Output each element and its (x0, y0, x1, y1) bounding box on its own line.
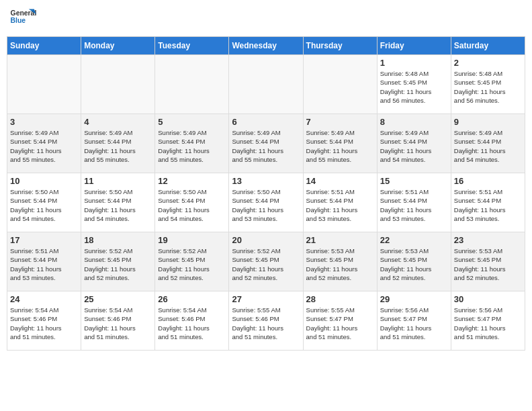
cell-week1-day6: 2Sunrise: 5:48 AM Sunset: 5:45 PM Daylig… (451, 55, 525, 114)
day-number: 18 (84, 235, 152, 245)
day-info: Sunrise: 5:56 AM Sunset: 5:47 PM Dayligh… (454, 306, 522, 341)
cell-week1-day0 (7, 55, 81, 114)
cell-week5-day1: 25Sunrise: 5:54 AM Sunset: 5:46 PM Dayli… (81, 291, 155, 351)
week-row-2: 3Sunrise: 5:49 AM Sunset: 5:44 PM Daylig… (7, 114, 525, 173)
day-number: 10 (10, 176, 78, 186)
day-number: 16 (454, 176, 522, 186)
cell-week5-day6: 30Sunrise: 5:56 AM Sunset: 5:47 PM Dayli… (451, 291, 525, 351)
day-info: Sunrise: 5:50 AM Sunset: 5:44 PM Dayligh… (84, 187, 152, 223)
cell-week5-day4: 28Sunrise: 5:55 AM Sunset: 5:47 PM Dayli… (303, 291, 377, 351)
day-number: 15 (380, 176, 448, 186)
day-info: Sunrise: 5:50 AM Sunset: 5:44 PM Dayligh… (158, 187, 226, 223)
day-info: Sunrise: 5:48 AM Sunset: 5:45 PM Dayligh… (454, 69, 522, 105)
day-info: Sunrise: 5:51 AM Sunset: 5:44 PM Dayligh… (306, 187, 374, 223)
day-number: 14 (306, 176, 374, 186)
page-header: General Blue (7, 7, 525, 31)
header-tuesday: Tuesday (155, 37, 229, 55)
day-info: Sunrise: 5:48 AM Sunset: 5:45 PM Dayligh… (380, 69, 448, 105)
header-saturday: Saturday (451, 37, 525, 55)
cell-week2-day0: 3Sunrise: 5:49 AM Sunset: 5:44 PM Daylig… (7, 114, 81, 173)
day-number: 22 (380, 235, 448, 245)
svg-text:Blue: Blue (11, 17, 26, 24)
cell-week5-day3: 27Sunrise: 5:55 AM Sunset: 5:46 PM Dayli… (229, 291, 303, 351)
cell-week1-day5: 1Sunrise: 5:48 AM Sunset: 5:45 PM Daylig… (377, 55, 451, 114)
calendar-header-row: SundayMondayTuesdayWednesdayThursdayFrid… (7, 37, 525, 55)
day-info: Sunrise: 5:52 AM Sunset: 5:45 PM Dayligh… (158, 246, 226, 282)
cell-week1-day3 (229, 55, 303, 114)
day-info: Sunrise: 5:51 AM Sunset: 5:44 PM Dayligh… (380, 187, 448, 223)
day-info: Sunrise: 5:54 AM Sunset: 5:46 PM Dayligh… (10, 306, 78, 341)
day-info: Sunrise: 5:53 AM Sunset: 5:45 PM Dayligh… (306, 246, 374, 282)
day-number: 1 (380, 58, 448, 68)
day-info: Sunrise: 5:49 AM Sunset: 5:44 PM Dayligh… (158, 128, 226, 164)
cell-week4-day4: 21Sunrise: 5:53 AM Sunset: 5:45 PM Dayli… (303, 232, 377, 291)
day-number: 28 (306, 294, 374, 304)
day-info: Sunrise: 5:54 AM Sunset: 5:46 PM Dayligh… (84, 306, 152, 341)
cell-week4-day6: 23Sunrise: 5:53 AM Sunset: 5:45 PM Dayli… (451, 232, 525, 291)
day-info: Sunrise: 5:56 AM Sunset: 5:47 PM Dayligh… (380, 306, 448, 341)
day-info: Sunrise: 5:55 AM Sunset: 5:47 PM Dayligh… (306, 306, 374, 341)
cell-week4-day3: 20Sunrise: 5:52 AM Sunset: 5:45 PM Dayli… (229, 232, 303, 291)
logo-icon: General Blue (9, 7, 36, 31)
cell-week3-day4: 14Sunrise: 5:51 AM Sunset: 5:44 PM Dayli… (303, 173, 377, 232)
day-number: 7 (306, 117, 374, 127)
day-info: Sunrise: 5:50 AM Sunset: 5:44 PM Dayligh… (10, 187, 78, 223)
cell-week3-day6: 16Sunrise: 5:51 AM Sunset: 5:44 PM Dayli… (451, 173, 525, 232)
cell-week5-day2: 26Sunrise: 5:54 AM Sunset: 5:46 PM Dayli… (155, 291, 229, 351)
day-number: 6 (232, 117, 300, 127)
day-number: 23 (454, 235, 522, 245)
header-friday: Friday (377, 37, 451, 55)
cell-week4-day1: 18Sunrise: 5:52 AM Sunset: 5:45 PM Dayli… (81, 232, 155, 291)
day-info: Sunrise: 5:54 AM Sunset: 5:46 PM Dayligh… (158, 306, 226, 341)
day-number: 5 (158, 117, 226, 127)
cell-week3-day2: 12Sunrise: 5:50 AM Sunset: 5:44 PM Dayli… (155, 173, 229, 232)
week-row-4: 17Sunrise: 5:51 AM Sunset: 5:44 PM Dayli… (7, 232, 525, 291)
cell-week4-day2: 19Sunrise: 5:52 AM Sunset: 5:45 PM Dayli… (155, 232, 229, 291)
day-info: Sunrise: 5:49 AM Sunset: 5:44 PM Dayligh… (380, 128, 448, 164)
day-info: Sunrise: 5:49 AM Sunset: 5:44 PM Dayligh… (232, 128, 300, 164)
cell-week5-day0: 24Sunrise: 5:54 AM Sunset: 5:46 PM Dayli… (7, 291, 81, 351)
header-thursday: Thursday (303, 37, 377, 55)
day-number: 17 (10, 235, 78, 245)
day-number: 24 (10, 294, 78, 304)
day-info: Sunrise: 5:50 AM Sunset: 5:44 PM Dayligh… (232, 187, 300, 223)
day-info: Sunrise: 5:49 AM Sunset: 5:44 PM Dayligh… (454, 128, 522, 164)
day-info: Sunrise: 5:52 AM Sunset: 5:45 PM Dayligh… (232, 246, 300, 282)
day-number: 21 (306, 235, 374, 245)
cell-week2-day6: 9Sunrise: 5:49 AM Sunset: 5:44 PM Daylig… (451, 114, 525, 173)
day-number: 11 (84, 176, 152, 186)
day-number: 30 (454, 294, 522, 304)
cell-week4-day5: 22Sunrise: 5:53 AM Sunset: 5:45 PM Dayli… (377, 232, 451, 291)
day-number: 29 (380, 294, 448, 304)
cell-week1-day2 (155, 55, 229, 114)
header-wednesday: Wednesday (229, 37, 303, 55)
day-info: Sunrise: 5:49 AM Sunset: 5:44 PM Dayligh… (10, 128, 78, 164)
logo: General Blue (9, 7, 36, 31)
cell-week2-day2: 5Sunrise: 5:49 AM Sunset: 5:44 PM Daylig… (155, 114, 229, 173)
day-number: 12 (158, 176, 226, 186)
day-info: Sunrise: 5:52 AM Sunset: 5:45 PM Dayligh… (84, 246, 152, 282)
day-number: 8 (380, 117, 448, 127)
day-info: Sunrise: 5:51 AM Sunset: 5:44 PM Dayligh… (454, 187, 522, 223)
day-info: Sunrise: 5:49 AM Sunset: 5:44 PM Dayligh… (306, 128, 374, 164)
day-info: Sunrise: 5:53 AM Sunset: 5:45 PM Dayligh… (454, 246, 522, 282)
cell-week1-day1 (81, 55, 155, 114)
week-row-3: 10Sunrise: 5:50 AM Sunset: 5:44 PM Dayli… (7, 173, 525, 232)
day-number: 25 (84, 294, 152, 304)
cell-week2-day3: 6Sunrise: 5:49 AM Sunset: 5:44 PM Daylig… (229, 114, 303, 173)
calendar: SundayMondayTuesdayWednesdayThursdayFrid… (7, 36, 525, 351)
cell-week3-day5: 15Sunrise: 5:51 AM Sunset: 5:44 PM Dayli… (377, 173, 451, 232)
day-number: 3 (10, 117, 78, 127)
day-number: 9 (454, 117, 522, 127)
week-row-1: 1Sunrise: 5:48 AM Sunset: 5:45 PM Daylig… (7, 55, 525, 114)
day-number: 4 (84, 117, 152, 127)
cell-week2-day5: 8Sunrise: 5:49 AM Sunset: 5:44 PM Daylig… (377, 114, 451, 173)
header-monday: Monday (81, 37, 155, 55)
cell-week2-day4: 7Sunrise: 5:49 AM Sunset: 5:44 PM Daylig… (303, 114, 377, 173)
cell-week5-day5: 29Sunrise: 5:56 AM Sunset: 5:47 PM Dayli… (377, 291, 451, 351)
day-number: 27 (232, 294, 300, 304)
cell-week3-day1: 11Sunrise: 5:50 AM Sunset: 5:44 PM Dayli… (81, 173, 155, 232)
cell-week4-day0: 17Sunrise: 5:51 AM Sunset: 5:44 PM Dayli… (7, 232, 81, 291)
cell-week1-day4 (303, 55, 377, 114)
day-number: 13 (232, 176, 300, 186)
